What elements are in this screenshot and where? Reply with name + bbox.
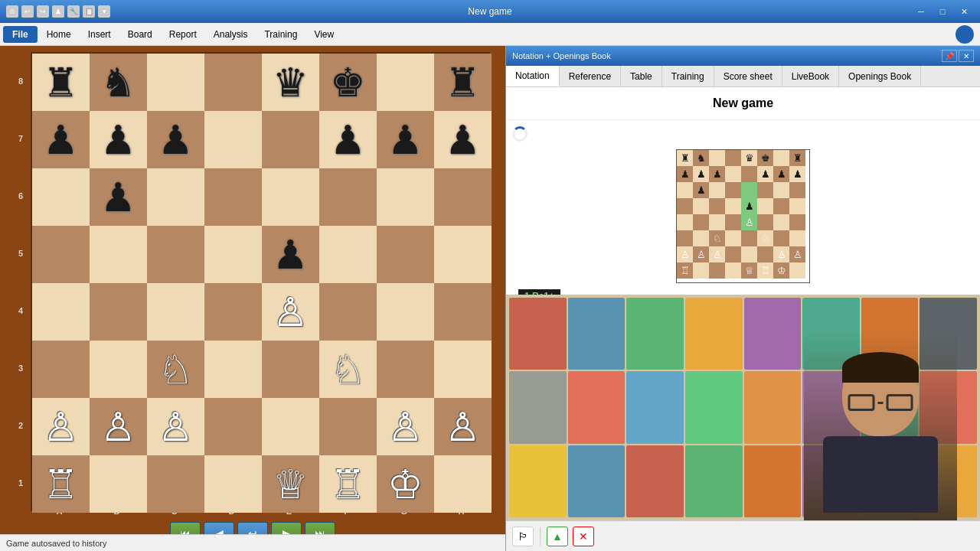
- board-square[interactable]: [32, 341, 90, 398]
- board-square[interactable]: [434, 283, 492, 341]
- board-square[interactable]: [90, 341, 147, 398]
- board-square[interactable]: [434, 341, 492, 398]
- board-square[interactable]: ♛: [262, 54, 319, 111]
- board-square[interactable]: [434, 226, 492, 283]
- tab-reference[interactable]: Reference: [560, 66, 621, 86]
- board-square[interactable]: ♞: [90, 54, 147, 111]
- board-square[interactable]: ♘: [319, 341, 377, 398]
- menu-analysis[interactable]: Analysis: [206, 26, 256, 43]
- board-square[interactable]: [204, 168, 262, 226]
- board-square[interactable]: [204, 283, 262, 341]
- board-square[interactable]: ♙: [32, 398, 90, 455]
- toolbar-icon2[interactable]: ↪: [37, 5, 49, 18]
- board-square[interactable]: [262, 111, 319, 168]
- board-square[interactable]: [319, 168, 377, 226]
- board-square[interactable]: ♟: [262, 226, 319, 283]
- board-square[interactable]: [204, 398, 262, 455]
- menu-view[interactable]: View: [306, 26, 341, 43]
- board-square[interactable]: ♙: [147, 398, 204, 455]
- board-square[interactable]: ♖: [32, 455, 90, 513]
- panel-close-button[interactable]: ✕: [959, 50, 974, 62]
- board-square[interactable]: [147, 54, 204, 111]
- board-square[interactable]: [377, 168, 434, 226]
- board-square[interactable]: ♟: [319, 111, 377, 168]
- toolbar-icon1[interactable]: ↩: [21, 5, 34, 18]
- ctrl-flag-button[interactable]: 🏳: [512, 527, 534, 546]
- mini-chess-board[interactable]: ♜♞♛♚♜♟♟♟♟♟♟♟♟♙♘♘♙♙♙♙♙♖♕♖♔: [676, 149, 810, 283]
- board-square[interactable]: ♟: [434, 111, 492, 168]
- board-square[interactable]: [147, 226, 204, 283]
- toolbar-icon6[interactable]: ▾: [98, 5, 110, 18]
- board-square[interactable]: ♟: [90, 111, 147, 168]
- board-square[interactable]: ♖: [319, 455, 377, 513]
- board-square[interactable]: ♟: [90, 168, 147, 226]
- ctrl-delete-button[interactable]: ✕: [573, 527, 594, 546]
- close-button[interactable]: ✕: [954, 4, 974, 19]
- board-square[interactable]: [319, 398, 377, 455]
- board-square[interactable]: [90, 283, 147, 341]
- menu-home[interactable]: Home: [39, 26, 79, 43]
- board-square[interactable]: ♙: [434, 398, 492, 455]
- board-square[interactable]: ♙: [90, 398, 147, 455]
- board-square[interactable]: [147, 455, 204, 513]
- menu-board[interactable]: Board: [120, 26, 160, 43]
- board-square[interactable]: [204, 455, 262, 513]
- board-square[interactable]: ♜: [434, 54, 492, 111]
- board-square[interactable]: [90, 455, 147, 513]
- video-placeholder: [506, 295, 980, 520]
- toolbar-icon3[interactable]: ♟: [52, 5, 64, 18]
- board-square[interactable]: ♙: [377, 398, 434, 455]
- mini-board-square: ♚: [757, 150, 773, 166]
- board-square[interactable]: [262, 398, 319, 455]
- toolbar-icon4[interactable]: 🔧: [67, 5, 80, 18]
- tab-openings-book[interactable]: Openings Book: [839, 66, 921, 86]
- tab-notation[interactable]: Notation: [506, 66, 560, 86]
- chess-board[interactable]: ♜♞♛♚♜♟♟♟♟♟♟♟♟♙♘♘♙♙♙♙♙♖♕♖♔: [31, 52, 490, 511]
- board-square[interactable]: [434, 455, 492, 513]
- board-square[interactable]: ♘: [147, 341, 204, 398]
- board-square[interactable]: [204, 54, 262, 111]
- board-square[interactable]: [377, 283, 434, 341]
- board-square[interactable]: [319, 283, 377, 341]
- board-square[interactable]: ♟: [32, 111, 90, 168]
- board-square[interactable]: ♔: [377, 455, 434, 513]
- board-square[interactable]: ♜: [32, 54, 90, 111]
- board-square[interactable]: [90, 226, 147, 283]
- board-square[interactable]: [204, 111, 262, 168]
- board-square[interactable]: [377, 341, 434, 398]
- mini-board-square: ♟: [757, 166, 773, 182]
- board-square[interactable]: [319, 226, 377, 283]
- menu-training[interactable]: Training: [256, 26, 305, 43]
- minimize-button[interactable]: ─: [911, 4, 931, 19]
- board-square[interactable]: [434, 168, 492, 226]
- board-square[interactable]: ♙: [262, 283, 319, 341]
- board-square[interactable]: [204, 226, 262, 283]
- tab-livebook[interactable]: LiveBook: [782, 66, 839, 86]
- board-square[interactable]: [32, 226, 90, 283]
- tab-table[interactable]: Table: [621, 66, 662, 86]
- board-square[interactable]: [204, 341, 262, 398]
- board-square[interactable]: [147, 168, 204, 226]
- tab-score-sheet[interactable]: Score sheet: [714, 66, 782, 86]
- menu-insert[interactable]: Insert: [80, 26, 119, 43]
- menu-report[interactable]: Report: [162, 26, 204, 43]
- board-square[interactable]: ♟: [377, 111, 434, 168]
- ctrl-up-button[interactable]: ▲: [547, 527, 568, 546]
- toolbar-icon5[interactable]: 📋: [83, 5, 95, 18]
- panel-pin-button[interactable]: 📌: [942, 50, 957, 62]
- board-square[interactable]: [262, 168, 319, 226]
- board-square[interactable]: [32, 283, 90, 341]
- board-square[interactable]: [377, 226, 434, 283]
- menu-file[interactable]: File: [3, 26, 38, 43]
- board-square[interactable]: [147, 283, 204, 341]
- mini-board-square: [757, 246, 773, 262]
- board-square[interactable]: ♚: [319, 54, 377, 111]
- board-square[interactable]: ♕: [262, 455, 319, 513]
- maximize-button[interactable]: □: [933, 4, 952, 19]
- board-square[interactable]: [262, 341, 319, 398]
- board-square[interactable]: ♟: [147, 111, 204, 168]
- board-square[interactable]: [32, 168, 90, 226]
- board-square[interactable]: [377, 54, 434, 111]
- bottom-controls: 🏳 ▲ ✕: [506, 520, 980, 551]
- tab-training[interactable]: Training: [662, 66, 714, 86]
